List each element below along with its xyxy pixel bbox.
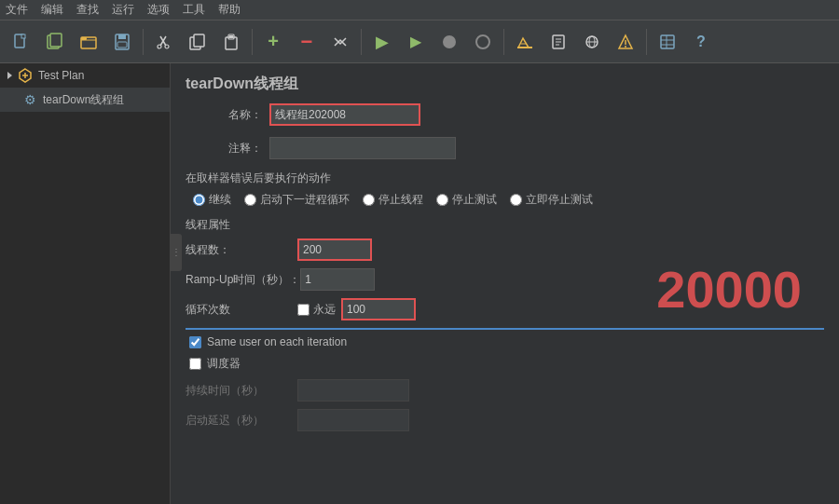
toolbar: + − ▶ ▶ ? bbox=[0, 20, 839, 63]
toolbar-separator-2 bbox=[252, 29, 253, 55]
svg-point-11 bbox=[158, 45, 161, 48]
svg-rect-17 bbox=[229, 35, 233, 38]
menu-bar: 文件 编辑 查找 运行 选项 工具 帮助 bbox=[0, 0, 839, 20]
sidebar-thread-group-label: tearDown线程组 bbox=[43, 92, 124, 108]
loop-forever-checkbox[interactable]: 永远 bbox=[297, 302, 336, 318]
name-row: 名称： bbox=[186, 102, 824, 128]
duration-row: 持续时间（秒） bbox=[186, 379, 824, 402]
stop-button[interactable] bbox=[433, 26, 465, 58]
thread-count-input[interactable] bbox=[297, 238, 372, 261]
svg-rect-31 bbox=[661, 35, 674, 48]
menu-edit[interactable]: 编辑 bbox=[41, 2, 63, 18]
menu-tools[interactable]: 工具 bbox=[183, 2, 205, 18]
svg-point-30 bbox=[625, 46, 626, 48]
svg-rect-7 bbox=[118, 34, 126, 39]
name-input[interactable] bbox=[269, 103, 420, 126]
radio-stop-test-label: 停止测试 bbox=[452, 192, 497, 208]
startup-delay-row: 启动延迟（秒） bbox=[186, 409, 824, 431]
startup-delay-input[interactable] bbox=[297, 409, 409, 431]
radio-next-loop[interactable]: 启动下一进程循环 bbox=[244, 192, 350, 208]
toggle-button[interactable] bbox=[324, 26, 356, 58]
test-plan-icon bbox=[18, 68, 33, 83]
svg-point-19 bbox=[476, 35, 489, 48]
svg-rect-1 bbox=[21, 34, 25, 38]
loop-count-label: 循环次数 bbox=[186, 302, 297, 318]
function-button[interactable] bbox=[610, 26, 641, 58]
thread-count-label: 线程数： bbox=[186, 242, 297, 258]
svg-point-18 bbox=[443, 35, 456, 48]
start2-button[interactable]: ▶ bbox=[400, 26, 432, 58]
toolbar-separator-4 bbox=[503, 29, 504, 55]
menu-file[interactable]: 文件 bbox=[6, 2, 28, 18]
menu-find[interactable]: 查找 bbox=[76, 2, 99, 18]
thread-props-title: 线程属性 bbox=[186, 217, 824, 233]
ramp-up-input[interactable] bbox=[300, 268, 375, 291]
sidebar-test-plan[interactable]: Test Plan bbox=[0, 63, 170, 88]
ramp-up-label: Ramp-Up时间（秒）： bbox=[186, 272, 300, 288]
comment-input[interactable] bbox=[269, 137, 456, 159]
right-panel: tearDown线程组 名称： 注释： 在取样器错误后要执行的动作 继续 bbox=[171, 63, 839, 504]
main-layout: Test Plan ⚙ tearDown线程组 ⋮ tearDown线程组 名称… bbox=[0, 63, 839, 504]
table-button[interactable] bbox=[652, 26, 683, 58]
startup-delay-label: 启动延迟（秒） bbox=[186, 413, 297, 429]
same-user-row: Same user on each iteration bbox=[189, 335, 824, 348]
radio-stop-test-now-label: 立即停止测试 bbox=[526, 192, 593, 208]
radio-stop-test-now[interactable]: 立即停止测试 bbox=[510, 192, 593, 208]
radio-continue[interactable]: 继续 bbox=[193, 192, 231, 208]
sidebar: Test Plan ⚙ tearDown线程组 bbox=[0, 63, 171, 504]
radio-stop-test[interactable]: 停止测试 bbox=[436, 192, 497, 208]
duration-input[interactable] bbox=[297, 379, 409, 402]
duration-label: 持续时间（秒） bbox=[186, 383, 297, 399]
new-button[interactable] bbox=[6, 26, 37, 58]
report-button[interactable] bbox=[543, 26, 574, 58]
help-button[interactable]: ? bbox=[685, 26, 717, 58]
sidebar-thread-group[interactable]: ⚙ tearDown线程组 bbox=[0, 88, 170, 112]
menu-options[interactable]: 选项 bbox=[147, 2, 170, 18]
toolbar-separator-3 bbox=[361, 29, 362, 55]
big-number-display: 20000 bbox=[656, 259, 802, 320]
template-button[interactable] bbox=[39, 26, 71, 58]
toolbar-separator-1 bbox=[143, 29, 144, 55]
name-label: 名称： bbox=[186, 107, 269, 123]
save-button[interactable] bbox=[106, 26, 138, 58]
svg-rect-8 bbox=[117, 42, 127, 48]
collapse-handle[interactable]: ⋮ bbox=[171, 234, 182, 271]
remote-button[interactable] bbox=[576, 26, 608, 58]
same-user-checkbox[interactable] bbox=[189, 336, 201, 348]
thread-count-row: 线程数： bbox=[186, 238, 824, 261]
gear-icon: ⚙ bbox=[22, 92, 37, 107]
radio-next-loop-label: 启动下一进程循环 bbox=[260, 192, 350, 208]
add-button[interactable]: + bbox=[257, 26, 289, 58]
clear-button[interactable] bbox=[509, 26, 541, 58]
remove-button[interactable]: − bbox=[291, 26, 323, 58]
scheduler-checkbox[interactable] bbox=[189, 358, 201, 370]
loop-count-input[interactable] bbox=[341, 298, 416, 320]
stop2-button[interactable] bbox=[467, 26, 499, 58]
menu-help[interactable]: 帮助 bbox=[218, 2, 241, 18]
radio-stop-thread[interactable]: 停止线程 bbox=[363, 192, 423, 208]
divider-line bbox=[186, 328, 824, 330]
radio-stop-thread-label: 停止线程 bbox=[378, 192, 423, 208]
paste-button[interactable] bbox=[215, 26, 247, 58]
radio-group: 继续 启动下一进程循环 停止线程 停止测试 立即停止测试 bbox=[193, 192, 824, 208]
copy-button[interactable] bbox=[182, 26, 213, 58]
same-user-label: Same user on each iteration bbox=[207, 335, 347, 348]
svg-rect-3 bbox=[50, 34, 62, 47]
radio-continue-label: 继续 bbox=[209, 192, 231, 208]
sampler-error-title: 在取样器错误后要执行的动作 bbox=[186, 170, 824, 186]
panel-title: tearDown线程组 bbox=[171, 63, 839, 102]
svg-rect-5 bbox=[81, 37, 87, 40]
triangle-icon bbox=[7, 72, 12, 79]
cut-button[interactable] bbox=[148, 26, 180, 58]
comment-label: 注释： bbox=[186, 141, 269, 157]
menu-run[interactable]: 运行 bbox=[112, 2, 134, 18]
svg-rect-20 bbox=[517, 47, 532, 48]
scheduler-label: 调度器 bbox=[207, 356, 241, 372]
start-button[interactable]: ▶ bbox=[366, 26, 398, 58]
comment-row: 注释： bbox=[186, 135, 824, 161]
svg-rect-14 bbox=[194, 34, 204, 47]
open-button[interactable] bbox=[73, 26, 104, 58]
test-plan-label: Test Plan bbox=[38, 69, 84, 82]
toolbar-separator-5 bbox=[646, 29, 647, 55]
scheduler-row: 调度器 bbox=[189, 356, 824, 372]
